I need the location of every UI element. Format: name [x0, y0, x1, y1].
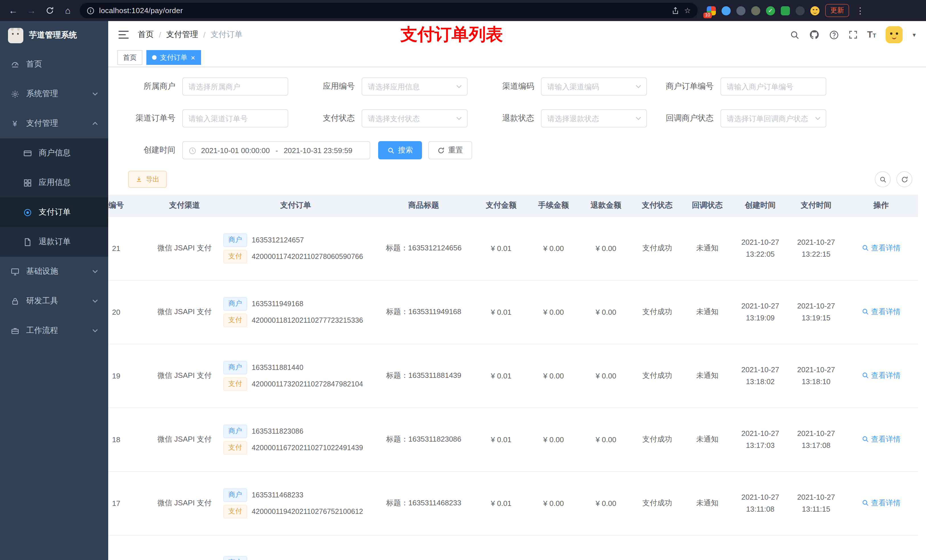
breadcrumb: 首页 / 支付管理 / 支付订单 — [138, 30, 243, 40]
cell-channel: 微信 JSAPI 支付 — [150, 471, 219, 535]
channel-code-select[interactable] — [541, 77, 647, 96]
help-icon[interactable] — [829, 30, 838, 39]
pay-status-select[interactable] — [362, 109, 468, 127]
pay-status-input[interactable] — [368, 114, 461, 123]
merchant-tag: 商户 — [223, 297, 247, 311]
chevron-down-icon — [92, 270, 98, 273]
cell-create-time: 2021-10-27 13:18:02 — [732, 344, 788, 408]
view-detail-link[interactable]: 查看详情 — [861, 370, 901, 381]
chevron-down-icon — [456, 117, 462, 120]
extension-puzzle-icon[interactable]: 10 — [707, 6, 716, 15]
date-start[interactable]: 2021-10-01 00:00:00 — [201, 146, 270, 154]
tab-home[interactable]: 首页 — [117, 50, 142, 65]
extension-emoji-icon[interactable] — [810, 6, 820, 15]
extension-drop-icon[interactable] — [722, 6, 731, 15]
cell-title: 标题：1635311881439 — [372, 344, 475, 408]
sidebar-item-system[interactable]: 系统管理 — [0, 79, 108, 109]
sidebar: 芋道管理系统 首页 系统管理 ¥ 支付管理 商户信息 — [0, 21, 108, 560]
breadcrumb-home[interactable]: 首页 — [138, 30, 154, 40]
create-time-range-picker[interactable]: 2021-10-01 00:00:00 - 2021-10-31 23:59:5… — [182, 141, 370, 159]
sidebar-item-app-info[interactable]: 应用信息 — [0, 168, 108, 198]
refresh-icon[interactable] — [43, 4, 56, 17]
extension-check-icon[interactable]: ✓ — [766, 6, 775, 15]
table-row: 17 微信 JSAPI 支付 商户 1635311468233 支付 — [108, 471, 918, 535]
github-icon[interactable] — [809, 30, 819, 40]
cell-id: 19 — [108, 344, 150, 408]
breadcrumb-payment[interactable]: 支付管理 — [166, 30, 198, 40]
refresh-table-icon[interactable] — [896, 171, 912, 187]
extension-dark-icon[interactable] — [796, 6, 805, 15]
browser-menu-icon[interactable]: ⋮ — [855, 5, 865, 16]
extension-olive-icon[interactable] — [751, 6, 760, 15]
cell-pay-status: 支付成功 — [632, 471, 682, 535]
lock-icon — [10, 296, 20, 306]
merchant-order-no-field[interactable] — [720, 77, 826, 96]
share-icon[interactable] — [672, 6, 680, 15]
toggle-search-icon[interactable] — [875, 171, 891, 187]
table-row: 18 微信 JSAPI 支付 商户 1635311823086 支付 — [108, 408, 918, 471]
sidebar-item-dev-tools[interactable]: 研发工具 — [0, 286, 108, 316]
notify-status-input[interactable] — [727, 114, 820, 123]
bookmark-star-icon[interactable]: ☆ — [684, 6, 691, 15]
cell-pay-time: 2021-10-27 13:17:08 — [788, 408, 844, 471]
cell-pay-amount: ¥ 0.01 — [475, 216, 527, 280]
sidebar-item-merchant-info[interactable]: 商户信息 — [0, 138, 108, 168]
filter-row-3: 创建时间 2021-10-01 00:00:00 - 2021-10-31 23… — [108, 141, 926, 159]
reset-button[interactable]: 重置 — [428, 141, 472, 159]
merchant-tag: 商户 — [223, 233, 247, 247]
sidebar-item-refund-order[interactable]: 退款订单 — [0, 227, 108, 257]
merchant-input[interactable] — [189, 82, 282, 91]
merchant-order-no-input[interactable] — [727, 82, 820, 91]
cell-refund-amount: ¥ 0.00 — [580, 344, 632, 408]
date-end[interactable]: 2021-10-31 23:59:59 — [284, 146, 352, 154]
home-icon[interactable]: ⌂ — [62, 4, 74, 17]
notify-status-select[interactable] — [720, 109, 826, 127]
app-logo[interactable]: 芋道管理系统 — [0, 21, 108, 50]
close-tab-icon[interactable]: × — [191, 54, 195, 61]
search-icon[interactable] — [790, 30, 799, 39]
hamburger-icon[interactable] — [118, 31, 129, 39]
view-detail-link[interactable]: 查看详情 — [861, 434, 901, 444]
avatar[interactable] — [886, 26, 903, 43]
site-info-icon[interactable] — [86, 6, 95, 15]
refund-status-input[interactable] — [547, 114, 641, 123]
sidebar-item-home[interactable]: 首页 — [0, 50, 108, 79]
merchant-select[interactable] — [182, 77, 288, 96]
merchant-tag: 商户 — [223, 361, 247, 374]
refund-status-select[interactable] — [541, 109, 647, 127]
channel-order-no-input[interactable] — [189, 114, 282, 123]
channel-order-no-field[interactable] — [182, 109, 288, 127]
app-id-select[interactable] — [362, 77, 468, 96]
sidebar-item-pay-order[interactable]: 支付订单 — [0, 198, 108, 227]
fullscreen-icon[interactable] — [848, 30, 857, 39]
caret-down-icon[interactable]: ▾ — [912, 31, 916, 38]
back-icon[interactable]: ← — [7, 4, 20, 17]
view-detail-link[interactable]: 查看详情 — [861, 307, 901, 317]
update-button[interactable]: 更新 — [825, 4, 849, 17]
extension-gray-icon[interactable] — [736, 6, 746, 15]
cell-refund-amount: ¥ 0.00 — [580, 216, 632, 280]
cell-actions: 查看详情 — [844, 280, 918, 344]
cell-pay-time: 2021-10-27 13:19:15 — [788, 280, 844, 344]
export-button[interactable]: 导出 — [128, 171, 167, 188]
tab-pay-order[interactable]: 支付订单 × — [146, 50, 201, 65]
cell-create-time: 2021-10-27 13:19:09 — [732, 280, 788, 344]
cell-id: 21 — [108, 216, 150, 280]
search-button[interactable]: 搜索 — [378, 141, 422, 159]
view-detail-link[interactable]: 查看详情 — [861, 243, 901, 253]
chevron-up-icon — [92, 122, 98, 125]
app-id-input[interactable] — [368, 82, 461, 91]
channel-code-input[interactable] — [547, 82, 641, 91]
filter-merchant-order-no: 商户订单编号 — [662, 77, 833, 96]
page-title: 支付订单列表 — [400, 23, 503, 46]
sidebar-item-infrastructure[interactable]: 基础设施 — [0, 257, 108, 286]
sidebar-item-workflow[interactable]: 工作流程 — [0, 316, 108, 346]
sidebar-item-payment[interactable]: ¥ 支付管理 — [0, 109, 108, 138]
view-detail-link[interactable]: 查看详情 — [861, 498, 901, 508]
cell-pay-order: 商户 1635312124657 支付 42000011742021102780… — [219, 216, 372, 280]
merchant-tag: 商户 — [223, 424, 247, 438]
forward-icon[interactable]: → — [25, 4, 38, 17]
extension-green-square-icon[interactable] — [781, 6, 790, 15]
address-bar[interactable]: localhost:1024/pay/order ☆ — [80, 3, 698, 18]
font-size-icon[interactable]: TT — [867, 30, 876, 39]
